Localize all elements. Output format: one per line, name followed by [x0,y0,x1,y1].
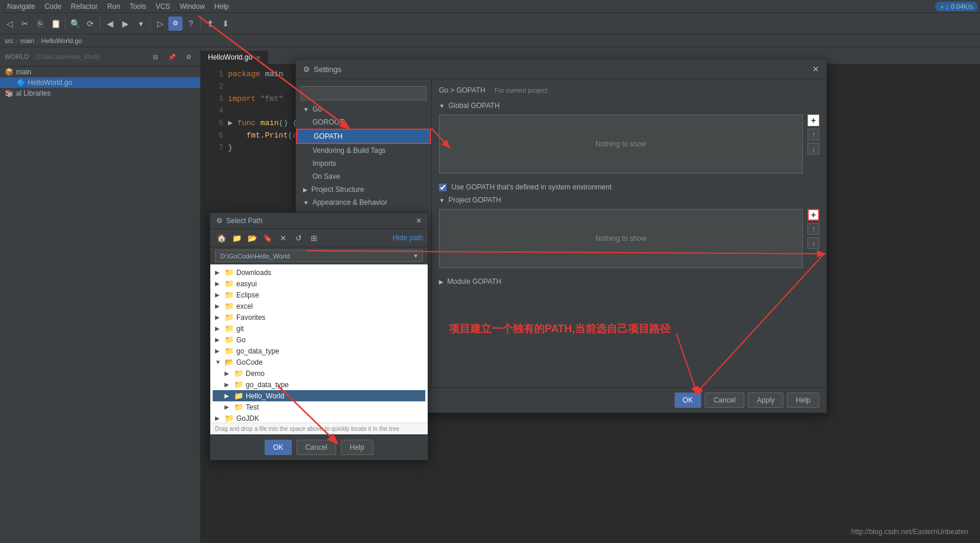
sp-bookmark-btn[interactable]: 🔖 [261,231,274,244]
global-gopath-title: ▼ Global GOPATH [439,102,819,110]
settings-item-imports[interactable]: Imports [296,157,431,170]
project-move-up-btn[interactable]: ↑ [808,223,819,235]
dropdown-btn[interactable]: ▾ [134,17,148,31]
settings-cancel-btn[interactable]: Cancel [705,392,744,408]
settings-item-go[interactable]: ▼ Go [296,103,431,116]
sp-new-folder2-btn[interactable]: 📂 [246,231,259,244]
breadcrumb-main[interactable]: main [20,37,34,44]
vcs2-btn[interactable]: ⬇ [219,17,233,31]
paste-btn[interactable]: 📋 [48,17,63,31]
replace-btn[interactable]: ⟳ [83,17,97,31]
sp-help-btn[interactable]: Help [341,440,373,455]
sp-ok-btn[interactable]: OK [265,440,291,455]
global-add-btn[interactable]: + [808,115,819,126]
settings-search-input[interactable] [301,86,426,100]
sp-item-excel[interactable]: ▶ 📁 excel [213,300,425,312]
sp-item-label: easyui [236,280,257,288]
run-config-btn[interactable]: ▷ [153,17,167,31]
tree-item-libraries[interactable]: 📚 al Libraries [0,88,200,99]
folder-icon: 📁 [224,313,234,322]
tree-item-helloworld[interactable]: 🔷 HelloWorld.go [0,77,200,88]
sp-item-godatatype[interactable]: ▶ 📁 go_data_type [213,345,425,356]
debug-btn[interactable]: ? [184,17,198,31]
sp-item-downloads[interactable]: ▶ 📁 Downloads [213,267,425,278]
settings-close-btn[interactable]: ✕ [812,64,819,74]
pin-btn[interactable]: 📌 [165,50,179,64]
sp-columns-btn[interactable]: ⊞ [307,231,320,244]
module-gopath-section: ▶ Module GOPATH [439,277,819,286]
run-btn[interactable]: ⚙ [168,17,183,31]
project-move-down-btn[interactable]: ↓ [808,237,819,249]
settings-item-onsave[interactable]: On Save [296,170,431,183]
menu-help[interactable]: Help [210,1,234,12]
settings-item-label: Appearance & Behavior [312,198,388,207]
sp-item-test[interactable]: ▶ 📁 Test [213,401,425,413]
sp-hide-path-link[interactable]: Hide path [393,234,423,242]
gear-icon[interactable]: ⚙ [181,50,196,64]
settings-right-panel: Go > GOPATH For current project ▼ Global… [432,79,826,387]
sp-item-demo[interactable]: ▶ 📁 Demo [213,368,425,379]
tab-close-icon[interactable]: ✕ [256,54,261,61]
sep1 [65,18,66,30]
caret-right-icon: ▶ [215,348,222,354]
sp-path-expand-icon[interactable]: ▾ [414,252,418,260]
copy-btn[interactable]: ⎘ [33,17,47,31]
sp-item-gocode[interactable]: ▼ 📂 GoCode [213,356,425,368]
sp-item-favorites[interactable]: ▶ 📁 Favorites [213,312,425,323]
sp-item-gojdk[interactable]: ▶ 📁 GoJDK [213,413,425,423]
sp-new-folder-btn[interactable]: 📁 [230,231,243,244]
vcs-btn[interactable]: ⬆ [203,17,217,31]
sp-delete-btn[interactable]: ✕ [276,231,289,244]
sp-item-go[interactable]: ▶ 📁 Go [213,334,425,345]
project-add-btn[interactable]: + [808,209,819,221]
sp-refresh-btn[interactable]: ↺ [292,231,305,244]
breadcrumb-file[interactable]: HelloWorld.go [41,37,82,44]
sp-item-git[interactable]: ▶ 📁 git [213,323,425,334]
settings-item-vendoring[interactable]: Vendoring & Build Tags [296,144,431,157]
sp-title: ⚙ Select Path [216,217,262,225]
folder-icon: 📁 [224,346,234,355]
settings-item-gopath[interactable]: GOPATH [296,129,431,144]
tree-item-main[interactable]: 📦 main [0,67,200,77]
settings-search-container [296,84,431,103]
sep2 [100,18,100,30]
menu-tools[interactable]: Tools [125,1,151,12]
global-move-down-btn[interactable]: ↓ [808,143,819,155]
library-icon: 📚 [5,89,14,97]
cut-btn[interactable]: ✂ [18,17,32,31]
project-gopath-title: ▼ Project GOPATH [439,196,819,204]
search-btn[interactable]: 🔍 [68,17,82,31]
folder-icon: 📁 [224,414,234,423]
sp-close-btn[interactable]: ✕ [416,217,422,225]
menu-refactor[interactable]: Refactor [66,1,102,12]
use-gopath-checkbox[interactable] [439,184,447,191]
settings-help-btn[interactable]: Help [787,392,819,408]
sp-home-btn[interactable]: 🏠 [215,231,228,244]
settings-item-appearance-behavior[interactable]: ▼ Appearance & Behavior [296,196,431,209]
sp-cancel-btn[interactable]: Cancel [297,440,336,455]
caret-right-icon: ▶ [215,415,222,421]
sp-item-easyui[interactable]: ▶ 📁 easyui [213,278,425,289]
settings-item-project-structure[interactable]: ▶ Project Structure [296,183,431,196]
menu-window[interactable]: Window [175,1,210,12]
select-path-dialog: ⚙ Select Path ✕ 🏠 📁 📂 🔖 ✕ ↺ ⊞ Hide path … [210,212,428,460]
sp-item-eclipse[interactable]: ▶ 📁 Eclipse [213,289,425,300]
sp-item-helloworld[interactable]: ▶ 📁 Hello_World [213,390,425,401]
project-gopath-area: Nothing to show [439,209,803,268]
nav-fwd-btn[interactable]: ▶ [118,17,132,31]
menu-code[interactable]: Code [40,1,66,12]
sidebar: WORLD D:\GoCode\Hello_World ⊟ 📌 ⚙ 📦 main… [0,47,201,543]
collapse-btn[interactable]: ⊟ [148,50,162,64]
settings-apply-btn[interactable]: Apply [748,392,783,408]
sp-item-godatatype2[interactable]: ▶ 📁 go_data_type [213,379,425,390]
menu-run[interactable]: Run [102,1,125,12]
nav-back-btn[interactable]: ◀ [103,17,117,31]
back-btn[interactable]: ◁ [2,17,17,31]
global-move-up-btn[interactable]: ↑ [808,129,819,140]
settings-item-goroot[interactable]: GOROOT [296,116,431,129]
menu-navigate[interactable]: Navigate [2,1,40,12]
tab-helloworld[interactable]: HelloWorld.go ✕ [201,51,268,64]
settings-ok-btn[interactable]: OK [675,392,701,408]
breadcrumb-src[interactable]: src [5,37,14,44]
menu-vcs[interactable]: VCS [151,1,175,12]
